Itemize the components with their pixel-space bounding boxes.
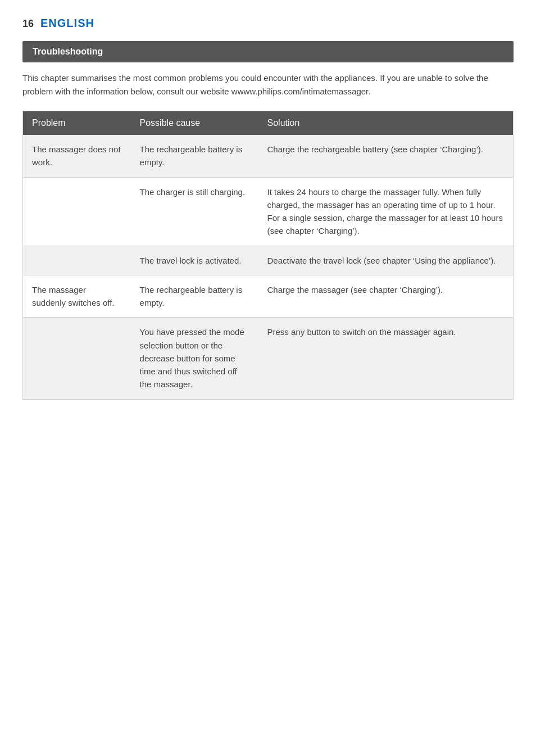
cell-problem: The massager does not work. (23, 135, 131, 177)
cell-solution: Charge the rechargeable battery (see cha… (258, 135, 514, 177)
table-header-row: Problem Possible cause Solution (23, 111, 514, 135)
cell-cause: You have pressed the mode selection butt… (131, 318, 258, 399)
page-title: ENGLISH (40, 17, 94, 30)
table-row: The massager does not work.The rechargea… (23, 135, 514, 177)
table-row: The charger is still charging.It takes 2… (23, 177, 514, 246)
section-title: Troubleshooting (22, 41, 514, 62)
troubleshooting-table: Problem Possible cause Solution The mass… (22, 111, 514, 400)
cell-cause: The travel lock is activated. (131, 246, 258, 275)
table-row: The travel lock is activated.Deactivate … (23, 246, 514, 275)
page-header: 16 ENGLISH (22, 17, 514, 30)
table-row: The massager suddenly switches off.The r… (23, 275, 514, 318)
cell-solution: Deactivate the travel lock (see chapter … (258, 246, 514, 275)
col-problem: Problem (23, 111, 131, 135)
cell-solution: It takes 24 hours to charge the massager… (258, 177, 514, 246)
cell-problem (23, 246, 131, 275)
cell-problem (23, 177, 131, 246)
page-number: 16 (22, 18, 34, 30)
cell-problem (23, 318, 131, 399)
cell-cause: The rechargeable battery is empty. (131, 275, 258, 318)
col-solution: Solution (258, 111, 514, 135)
intro-paragraph: This chapter summarises the most common … (22, 71, 506, 98)
cell-solution: Charge the massager (see chapter ‘Chargi… (258, 275, 514, 318)
cell-solution: Press any button to switch on the massag… (258, 318, 514, 399)
table-row: You have pressed the mode selection butt… (23, 318, 514, 399)
cell-cause: The rechargeable battery is empty. (131, 135, 258, 177)
cell-problem: The massager suddenly switches off. (23, 275, 131, 318)
cell-cause: The charger is still charging. (131, 177, 258, 246)
col-cause: Possible cause (131, 111, 258, 135)
